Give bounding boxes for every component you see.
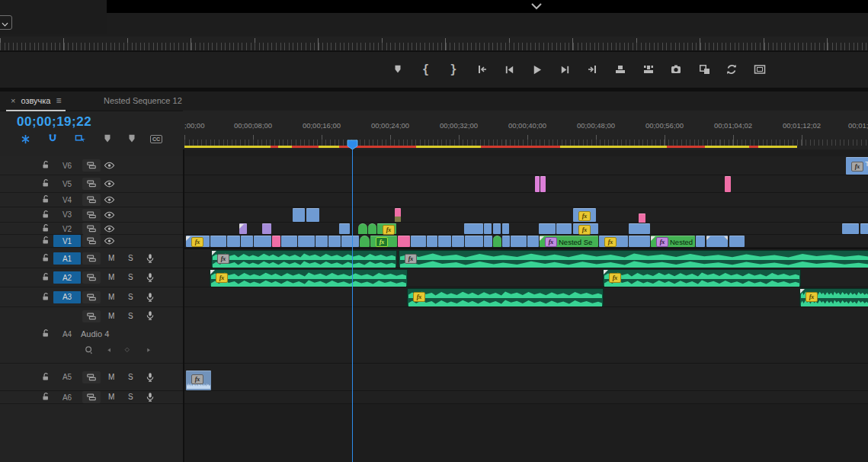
track-lane-V6[interactable] xyxy=(184,156,868,175)
sync-lock-tile[interactable] xyxy=(82,235,101,247)
voiceover-record-mic-icon[interactable] xyxy=(145,372,155,383)
toggle-track-output-eye-icon[interactable] xyxy=(104,178,115,190)
lift-icon[interactable] xyxy=(613,63,627,76)
safe-margins-icon[interactable] xyxy=(753,63,767,76)
timeline-clip[interactable] xyxy=(860,223,868,234)
timeline-clip[interactable]: fxT xyxy=(846,157,868,175)
voiceover-record-mic-icon[interactable] xyxy=(145,310,155,321)
sync-lock-tile[interactable] xyxy=(82,252,101,265)
track-lock-icon[interactable] xyxy=(41,329,51,338)
go-to-out-icon[interactable] xyxy=(586,63,600,76)
toggle-track-output-eye-icon[interactable] xyxy=(104,210,115,221)
timeline-clip[interactable] xyxy=(539,223,556,234)
sync-lock-tile[interactable] xyxy=(82,194,101,206)
sync-lock-tile[interactable] xyxy=(82,310,101,322)
timeline-clip[interactable] xyxy=(398,236,410,247)
track-name-V5[interactable]: V5 xyxy=(53,178,81,190)
timeline-clip[interactable] xyxy=(315,236,328,247)
timeline-clip[interactable]: fx xyxy=(211,250,397,268)
track-lane-V4[interactable] xyxy=(184,193,868,207)
fx-badge[interactable]: fx xyxy=(604,237,617,247)
timeline-clip[interactable] xyxy=(540,176,546,192)
track-lock-icon[interactable] xyxy=(41,292,51,302)
timeline-clip[interactable] xyxy=(465,236,483,247)
mute-button[interactable]: M xyxy=(108,293,114,301)
timeline-clip[interactable] xyxy=(629,223,650,234)
timeline-clip[interactable] xyxy=(696,236,705,247)
timeline-clip[interactable] xyxy=(502,236,510,247)
tab-sequence-inactive[interactable]: Nested Sequence 12 xyxy=(98,91,188,110)
solo-button[interactable]: S xyxy=(128,312,133,320)
track-lane-A5[interactable] xyxy=(184,364,868,391)
toggle-track-output-eye-icon[interactable] xyxy=(104,194,115,206)
export-frame-icon[interactable] xyxy=(669,63,683,76)
timeline-clip[interactable] xyxy=(535,176,540,192)
tab-sequence-active[interactable]: × озвучка ≡ xyxy=(6,91,66,111)
timeline-clip[interactable]: fx xyxy=(799,288,868,306)
toggle-track-output-eye-icon[interactable] xyxy=(104,223,115,235)
panel-expand-button[interactable] xyxy=(0,15,12,30)
timeline-clip[interactable] xyxy=(438,236,451,247)
mute-button[interactable]: M xyxy=(108,312,114,320)
timeline-clip[interactable] xyxy=(368,223,376,234)
fx-badge[interactable]: fx xyxy=(656,237,668,247)
track-name-V6[interactable]: V6 xyxy=(53,159,81,172)
timeline-clip[interactable] xyxy=(502,223,509,234)
track-lane-V3[interactable] xyxy=(184,207,868,223)
timeline-clip[interactable] xyxy=(360,236,370,247)
mark-in-icon[interactable]: { xyxy=(419,63,433,76)
fx-badge[interactable]: fx xyxy=(578,225,591,235)
timeline-clip[interactable] xyxy=(411,236,426,247)
timeline-clip[interactable] xyxy=(452,236,464,247)
fx-badge[interactable]: fx xyxy=(191,374,203,384)
track-lock-icon[interactable] xyxy=(41,178,51,188)
timeline-clip[interactable] xyxy=(293,208,305,222)
track-name-V3[interactable]: V3 xyxy=(53,209,81,221)
sync-lock-tile[interactable] xyxy=(82,178,101,190)
timeline-clip[interactable]: fx xyxy=(573,223,598,234)
go-to-in-icon[interactable] xyxy=(475,63,488,76)
sync-lock-tile[interactable] xyxy=(82,159,101,172)
track-lane-V2[interactable] xyxy=(184,223,868,235)
add-marker-icon[interactable] xyxy=(391,63,405,76)
fx-badge[interactable]: fx xyxy=(191,237,203,247)
timeline-clip[interactable] xyxy=(339,223,350,234)
track-name-V1[interactable]: V1 xyxy=(53,235,81,247)
timeline-clip[interactable] xyxy=(281,236,297,247)
monitor-zoom-scrollbar-ruler[interactable] xyxy=(0,37,868,51)
nest-toggle-icon[interactable] xyxy=(18,133,32,145)
timeline-clip[interactable]: fx xyxy=(573,208,596,222)
loop-icon[interactable] xyxy=(725,63,738,76)
timeline-clip[interactable] xyxy=(239,223,247,234)
timeline-clip[interactable] xyxy=(464,223,483,234)
next-keyframe-icon[interactable] xyxy=(146,348,154,355)
voiceover-record-mic-icon[interactable] xyxy=(145,292,155,303)
timeline-clip[interactable]: fxNested Se xyxy=(540,236,598,247)
solo-button[interactable]: S xyxy=(128,293,133,301)
toggle-track-output-eye-icon[interactable] xyxy=(104,160,115,172)
track-name-A1[interactable]: A1 xyxy=(53,252,81,265)
panel-menu-icon[interactable]: ≡ xyxy=(56,95,60,106)
timeline-clip[interactable] xyxy=(527,236,539,247)
track-lock-icon[interactable] xyxy=(41,372,51,382)
track-lock-icon[interactable] xyxy=(41,236,51,245)
voiceover-record-mic-icon[interactable] xyxy=(145,392,155,403)
track-lock-icon[interactable] xyxy=(41,194,51,204)
close-icon[interactable]: × xyxy=(11,96,15,105)
fx-badge[interactable]: fx xyxy=(609,273,621,283)
timeline-clip[interactable] xyxy=(341,236,359,247)
captions-cc-icon[interactable]: CC xyxy=(149,133,163,145)
timeline-clip[interactable] xyxy=(227,236,240,247)
panel-collapse-chevron[interactable] xyxy=(529,0,544,11)
linked-selection-icon[interactable] xyxy=(73,133,87,145)
timeline-clip[interactable] xyxy=(262,223,271,234)
timeline-clip[interactable] xyxy=(842,223,859,234)
track-name-V4[interactable]: V4 xyxy=(53,194,81,206)
voiceover-record-mic-icon[interactable] xyxy=(145,253,155,264)
timeline-clip[interactable] xyxy=(493,223,501,234)
timeline-clip[interactable] xyxy=(493,236,501,247)
timeline-clip[interactable]: fx xyxy=(407,288,604,306)
track-lock-icon[interactable] xyxy=(41,223,51,233)
playhead-marker[interactable] xyxy=(347,140,358,150)
track-lock-icon[interactable] xyxy=(41,253,51,263)
